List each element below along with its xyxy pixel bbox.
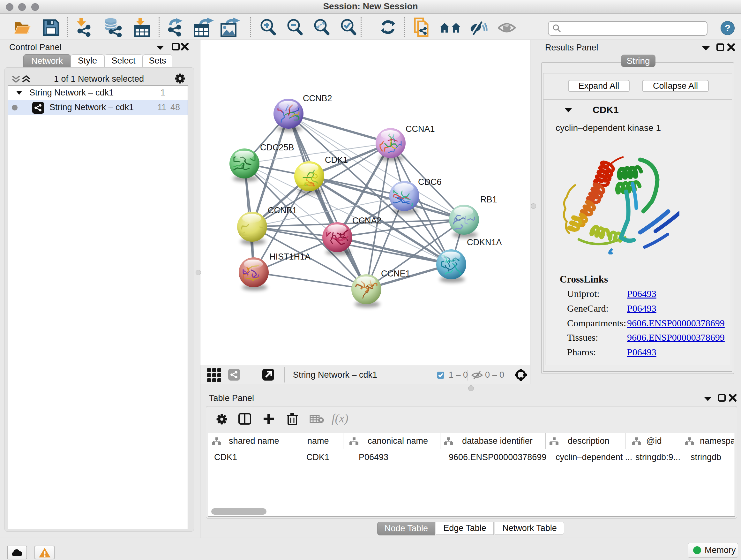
svg-text:CCNB1: CCNB1 [268,206,297,215]
svg-text:CDKN1A: CDKN1A [467,238,502,247]
svg-text:CCNE1: CCNE1 [381,269,410,278]
svg-text:RB1: RB1 [480,195,497,204]
svg-text:CCNA1: CCNA1 [406,124,435,134]
svg-text:CCNA2: CCNA2 [352,216,382,226]
svg-text:HIST1H1A: HIST1H1A [269,252,311,261]
svg-text:CDC25B: CDC25B [260,143,294,152]
svg-text:CDK1: CDK1 [325,155,348,165]
svg-text:CCNB2: CCNB2 [303,94,332,103]
svg-text:CDC6: CDC6 [418,177,442,187]
